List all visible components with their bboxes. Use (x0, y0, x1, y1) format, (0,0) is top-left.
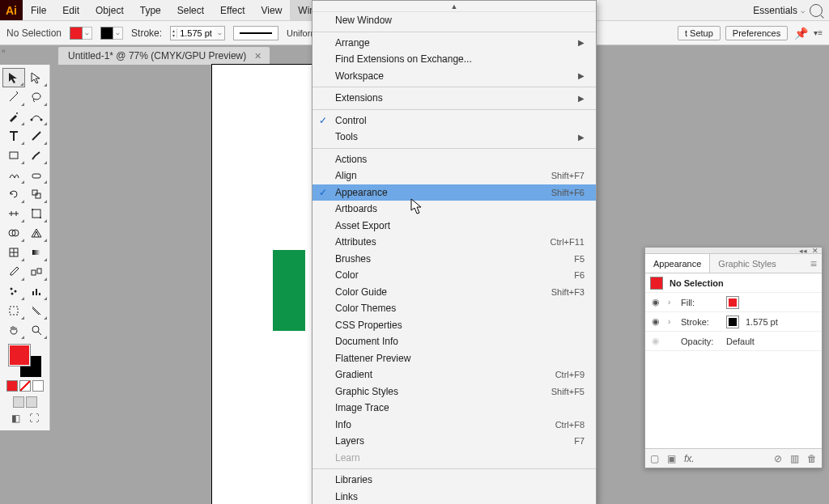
menu-scroll-up-icon[interactable]: ▲ (312, 1, 596, 12)
menu-item-image-trace[interactable]: Image Trace (312, 400, 596, 417)
menu-item-info[interactable]: InfoCtrl+F8 (312, 417, 596, 434)
stroke-profile-preview[interactable] (233, 26, 278, 40)
mesh-tool[interactable] (2, 243, 25, 262)
tab-appearance[interactable]: Appearance (645, 254, 710, 273)
color-mode-icon[interactable] (6, 380, 18, 392)
menu-item-workspace[interactable]: Workspace▶ (312, 68, 596, 85)
symbol-sprayer-tool[interactable] (2, 282, 25, 301)
menu-edit[interactable]: Edit (54, 0, 87, 20)
panel-close-icon[interactable]: ✕ (812, 247, 818, 255)
pin-icon[interactable]: 📌 (793, 25, 809, 41)
visibility-icon[interactable]: ◉ (650, 297, 661, 307)
dock-collapse-icon[interactable]: « (2, 47, 6, 55)
menu-item-arrange[interactable]: Arrange▶ (312, 35, 596, 52)
menu-item-color-guide[interactable]: Color GuideShift+F3 (312, 284, 596, 301)
menu-view[interactable]: View (253, 0, 291, 20)
menu-item-appearance[interactable]: ✓AppearanceShift+F6 (312, 184, 596, 201)
menu-item-asset-export[interactable]: Asset Export (312, 218, 596, 235)
menu-item-css-properties[interactable]: CSS Properties (312, 317, 596, 334)
eraser-tool[interactable] (25, 165, 48, 184)
visibility-icon[interactable]: ◉ (650, 336, 661, 346)
rotate-tool[interactable] (2, 184, 25, 204)
none-mode-icon[interactable] (32, 380, 44, 392)
preferences-button[interactable]: Preferences (725, 26, 788, 40)
gradient-mode-icon[interactable] (19, 380, 31, 392)
perspective-grid-tool[interactable] (25, 223, 48, 243)
stroke-weight-input[interactable] (177, 27, 215, 40)
document-tab[interactable]: Untitled-1* @ 77% (CMYK/GPU Preview) ✕ (58, 47, 270, 65)
scale-tool[interactable] (25, 184, 48, 204)
new-stroke-icon[interactable]: ▢ (650, 453, 659, 464)
visibility-icon[interactable]: ◉ (650, 316, 661, 327)
fill-stroke-indicator[interactable] (9, 345, 41, 377)
panel-collapse-icon[interactable]: ◂◂ (799, 247, 807, 255)
workspace-switcher[interactable]: Essentials⌵ (753, 5, 805, 16)
hand-tool[interactable] (2, 320, 25, 340)
close-icon[interactable]: ✕ (254, 51, 261, 61)
menu-item-graphic-styles[interactable]: Graphic StylesShift+F5 (312, 383, 596, 400)
document-setup-button[interactable]: t Setup (678, 26, 721, 40)
new-fill-icon[interactable]: ▣ (667, 453, 676, 464)
shaper-tool[interactable] (2, 165, 25, 184)
chevron-right-icon[interactable]: › (668, 298, 674, 307)
tab-graphic-styles[interactable]: Graphic Styles (710, 254, 784, 273)
rectangle-tool[interactable] (2, 146, 25, 165)
menu-select[interactable]: Select (169, 0, 212, 20)
menu-item-gradient[interactable]: GradientCtrl+F9 (312, 366, 596, 383)
add-effect-button[interactable]: fx. (684, 453, 695, 464)
draw-mode-icon[interactable]: ⛶ (27, 413, 41, 424)
stroke-weight-field[interactable]: ▴▾ ⌵ (170, 26, 225, 40)
type-tool[interactable] (2, 126, 25, 146)
appearance-stroke-row[interactable]: ◉ › Stroke: 1.575 pt (645, 312, 822, 332)
paintbrush-tool[interactable] (25, 146, 48, 165)
screen-mode-icon[interactable] (26, 396, 37, 408)
menu-item-layers[interactable]: LayersF7 (312, 433, 596, 450)
column-graph-tool[interactable] (25, 282, 48, 301)
control-menu-icon[interactable]: ▾≡ (814, 28, 823, 37)
shape-builder-tool[interactable] (2, 223, 25, 243)
blend-tool[interactable] (25, 262, 48, 282)
panel-menu-icon[interactable]: ≡ (806, 257, 822, 270)
selection-tool[interactable] (2, 68, 25, 87)
free-transform-tool[interactable] (25, 204, 48, 223)
menu-item-find-extensions-on-exchange-[interactable]: Find Extensions on Exchange... (312, 51, 596, 68)
menu-effect[interactable]: Effect (212, 0, 253, 20)
screen-mode-icon[interactable] (13, 396, 24, 408)
zoom-tool[interactable] (25, 320, 48, 340)
duplicate-item-icon[interactable]: ▥ (790, 453, 799, 464)
search-icon[interactable] (810, 4, 823, 17)
menu-object[interactable]: Object (87, 0, 132, 20)
width-tool[interactable] (2, 204, 25, 223)
green-rectangle-shape[interactable] (273, 250, 305, 331)
menu-item-attributes[interactable]: AttributesCtrl+F11 (312, 234, 596, 251)
menu-item-artboards[interactable]: Artboards (312, 201, 596, 218)
eyedropper-tool[interactable] (2, 262, 25, 282)
stroke-swatch[interactable]: ⌵ (100, 27, 123, 40)
draw-mode-icon[interactable]: ◧ (9, 413, 23, 424)
stroke-swatch-icon[interactable] (726, 316, 739, 328)
menu-item-brushes[interactable]: BrushesF5 (312, 251, 596, 268)
artboard-tool[interactable] (2, 301, 25, 320)
direct-selection-tool[interactable] (25, 68, 48, 87)
fill-swatch[interactable]: ⌵ (70, 27, 92, 40)
menu-item-color-themes[interactable]: Color Themes (312, 300, 596, 317)
menu-file[interactable]: File (23, 0, 54, 20)
menu-item-document-info[interactable]: Document Info (312, 333, 596, 350)
delete-item-icon[interactable]: 🗑 (807, 453, 817, 464)
menu-item-links[interactable]: Links (312, 489, 596, 505)
appearance-fill-row[interactable]: ◉ › Fill: (645, 293, 822, 312)
fill-color-icon[interactable] (9, 345, 30, 366)
menu-item-tools[interactable]: Tools▶ (312, 129, 596, 146)
slice-tool[interactable] (25, 301, 48, 320)
menu-item-extensions[interactable]: Extensions▶ (312, 90, 596, 107)
magic-wand-tool[interactable] (2, 87, 25, 107)
menu-item-actions[interactable]: Actions (312, 151, 596, 168)
fill-swatch-icon[interactable] (726, 296, 739, 309)
menu-item-libraries[interactable]: Libraries (312, 472, 596, 489)
pen-tool[interactable] (2, 107, 25, 126)
menu-item-align[interactable]: AlignShift+F7 (312, 167, 596, 184)
gradient-tool[interactable] (25, 243, 48, 262)
menu-item-control[interactable]: ✓Control (312, 112, 596, 129)
menu-item-new-window[interactable]: New Window (312, 12, 596, 29)
menu-item-flattener-preview[interactable]: Flattener Preview (312, 350, 596, 367)
